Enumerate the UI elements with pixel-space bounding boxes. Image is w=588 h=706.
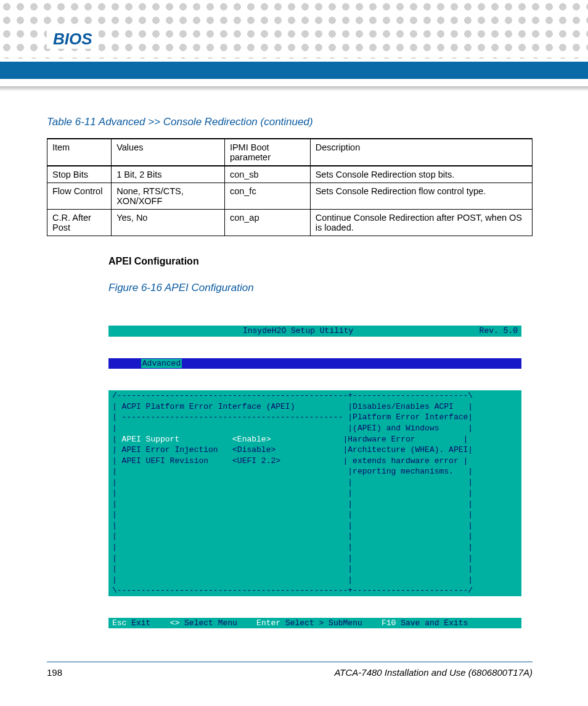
bios-key-esc: Esc bbox=[112, 618, 126, 628]
header-shadow bbox=[0, 86, 588, 91]
col-param: IPMI Boot parameter bbox=[224, 139, 310, 166]
section-heading: APEI Configuration bbox=[108, 256, 533, 267]
bios-title-bar: InsydeH2O Setup Utility Rev. 5.0 bbox=[108, 326, 521, 337]
bios-key-arrows: <> bbox=[170, 618, 180, 628]
table-row: C.R. After Post Yes, No con_ap Continue … bbox=[47, 210, 533, 236]
table-header-row: Item Values IPMI Boot parameter Descript… bbox=[47, 139, 533, 166]
bios-item-apei-error-injection: APEI Error Injection <Disable> bbox=[122, 445, 276, 454]
bios-key-enter: Enter bbox=[256, 618, 280, 628]
bios-setup-screenshot: InsydeH2O Setup Utility Rev. 5.0 Advance… bbox=[108, 304, 521, 651]
console-redirection-table: Item Values IPMI Boot parameter Descript… bbox=[47, 138, 533, 236]
col-desc: Description bbox=[310, 139, 532, 166]
bios-item-apei-support: APEI Support <Enable> bbox=[122, 435, 271, 444]
bios-panel-title: ACPI Platform Error Interface (APEI) bbox=[122, 402, 295, 411]
header-blue-bar bbox=[0, 62, 588, 79]
figure-caption: Figure 6-16 APEI Configuration bbox=[108, 282, 533, 294]
page-number: 198 bbox=[47, 667, 62, 678]
page-header-title: BIOS bbox=[47, 30, 99, 49]
bios-tab-advanced: Advanced bbox=[141, 359, 182, 368]
table-row: Flow Control None, RTS/CTS, XON/XOFF con… bbox=[47, 183, 533, 210]
doc-title: ATCA-7480 Installation and Use (6806800T… bbox=[334, 667, 533, 678]
bios-key-f10: F10 bbox=[382, 618, 396, 628]
table-caption: Table 6-11 Advanced >> Console Redirecti… bbox=[47, 116, 533, 128]
bios-title: InsydeH2O Setup Utility bbox=[117, 326, 480, 337]
col-values: Values bbox=[112, 139, 225, 166]
bios-item-apei-uefi-revision: APEI UEFI Revision <UEFI 2.2> bbox=[122, 456, 280, 466]
bios-footer-bar: Esc Exit <> Select Menu Enter Select > S… bbox=[108, 618, 521, 629]
bios-revision: Rev. 5.0 bbox=[480, 326, 518, 337]
table-row: Stop Bits 1 Bit, 2 Bits con_sb Sets Cons… bbox=[47, 166, 533, 183]
col-item: Item bbox=[47, 139, 112, 166]
bios-tab-bar: Advanced bbox=[108, 358, 521, 369]
page-footer: 198 ATCA-7480 Installation and Use (6806… bbox=[47, 662, 533, 678]
bios-body: /---------------------------------------… bbox=[108, 390, 521, 596]
